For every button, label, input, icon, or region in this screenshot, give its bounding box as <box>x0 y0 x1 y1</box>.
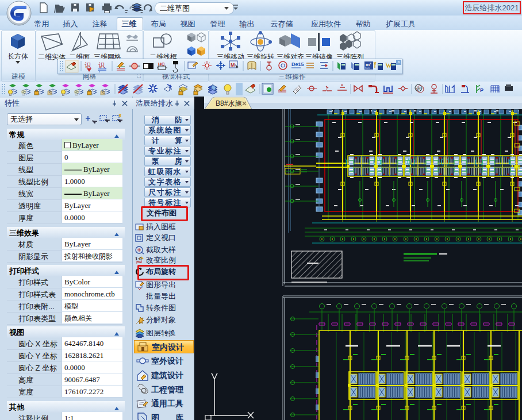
svg-text:识: 识 <box>416 86 421 91</box>
svg-text:P: P <box>480 87 483 93</box>
svg-text:M: M <box>231 62 235 68</box>
svg-text:B8#水施: B8#水施 <box>216 99 241 107</box>
svg-text:500: 500 <box>365 66 370 70</box>
svg-text:De15: De15 <box>291 61 304 67</box>
svg-text:识: 识 <box>98 61 105 68</box>
svg-text:识: 识 <box>85 61 91 68</box>
